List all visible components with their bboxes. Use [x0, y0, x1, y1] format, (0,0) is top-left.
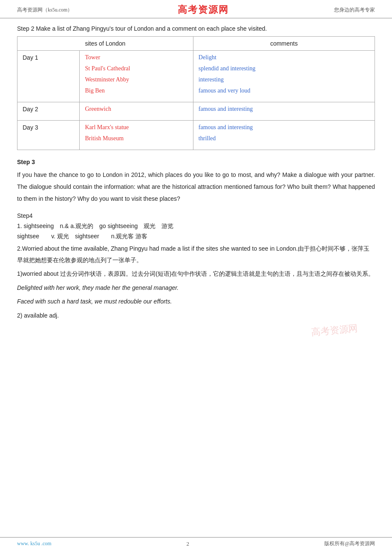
comment-item: famous and interesting — [199, 106, 369, 113]
footer-left: www. ks5u .com — [17, 541, 52, 547]
comment-item: thrilled — [199, 135, 369, 142]
tour-table: sites of London comments Day 1TowerSt Pa… — [17, 36, 375, 150]
step4-section: Step4 1. sightseeingn.& a.观光的go sightsee… — [17, 212, 375, 321]
footer-right: 版权所有@高考资源网 — [324, 540, 375, 547]
table-row: Day 3Karl Marx's statueBritish Museumfam… — [17, 121, 375, 150]
vocab-row: sightseev. 观光sightseern.观光客 游客 — [17, 233, 375, 240]
col-comments-header: comments — [193, 37, 375, 51]
col-sites-header: sites of London — [17, 37, 193, 51]
comment-item: interesting — [199, 76, 369, 83]
grammar-point2: 2) available adj. — [17, 310, 375, 321]
footer-page-number: 2 — [187, 541, 190, 547]
site-item: Westminster Abby — [85, 76, 187, 83]
grammar-point1: 1)worried about 过去分词作状语，表原因。过去分词(短语)在句中作… — [17, 268, 375, 280]
sites-cell: TowerSt Paul's CathedralWestminster Abby… — [80, 51, 193, 102]
vocab-item: v. 观光 — [51, 233, 69, 240]
sites-cell: Greenwich — [80, 102, 193, 121]
day-cell: Day 2 — [17, 102, 80, 121]
vocab-item: 游览 — [161, 223, 173, 230]
page-footer: www. ks5u .com 2 版权所有@高考资源网 — [0, 537, 392, 547]
page-header: 高考资源网（ks5u.com） 高考资源网 您身边的高考专家 — [0, 0, 392, 18]
comments-cell: famous and interestingthrilled — [193, 121, 375, 150]
vocab-item: 观光 — [144, 223, 156, 230]
comments-cell: famous and interesting — [193, 102, 375, 121]
main-content: Step 2 Make a list of Zhang Pingyu's tou… — [0, 18, 392, 338]
header-brand: 高考资源网 — [178, 3, 229, 16]
step3-section: Step 3 If you have the chance to go to L… — [17, 159, 375, 205]
site-item: St Paul's Cathedral — [85, 65, 187, 72]
step3-body: If you have the chance to go to London i… — [17, 169, 375, 205]
table-row: Day 2Greenwichfamous and interesting — [17, 102, 375, 121]
vocab-item: n.观光客 游客 — [111, 233, 148, 240]
site-item: Karl Marx's statue — [85, 124, 187, 131]
site-item: Tower — [85, 54, 187, 61]
comment-item: Delight — [199, 54, 369, 61]
comment-item: splendid and interesting — [199, 65, 369, 72]
day-cell: Day 3 — [17, 121, 80, 150]
vocab-item: sightsee — [17, 233, 39, 240]
site-item: Big Ben — [85, 87, 187, 94]
site-item: British Museum — [85, 135, 187, 142]
vocab-item: go sightseeing — [99, 223, 138, 229]
header-right-text: 您身边的高考专家 — [334, 6, 375, 14]
vocab-item: 1. sightseeing — [17, 223, 54, 229]
sites-cell: Karl Marx's statueBritish Museum — [80, 121, 193, 150]
vocab-row: 1. sightseeingn.& a.观光的go sightseeing观光游… — [17, 223, 375, 230]
comment-item: famous and very loud — [199, 87, 369, 94]
table-row: Day 1TowerSt Paul's CathedralWestminster… — [17, 51, 375, 102]
vocab-item: sightseer — [75, 233, 99, 240]
site-item: Greenwich — [85, 106, 187, 113]
grammar-section: 2.Worried about the time available, Zhan… — [17, 243, 375, 321]
step3-title: Step 3 — [17, 159, 375, 165]
day-cell: Day 1 — [17, 51, 80, 102]
comment-item: famous and interesting — [199, 124, 369, 131]
step2-heading: Step 2 Make a list of Zhang Pingyu's tou… — [17, 25, 375, 32]
example1: Delighted with her work, they made her t… — [17, 282, 375, 294]
vocab-item: n.& a.观光的 — [60, 223, 93, 230]
comments-cell: Delightsplendid and interestinginteresti… — [193, 51, 375, 102]
example2: Faced with such a hard task, we must red… — [17, 296, 375, 307]
header-left-text: 高考资源网（ks5u.com） — [17, 6, 72, 14]
grammar-intro: 2.Worried about the time available, Zhan… — [17, 243, 375, 266]
step4-title: Step4 — [17, 212, 375, 219]
